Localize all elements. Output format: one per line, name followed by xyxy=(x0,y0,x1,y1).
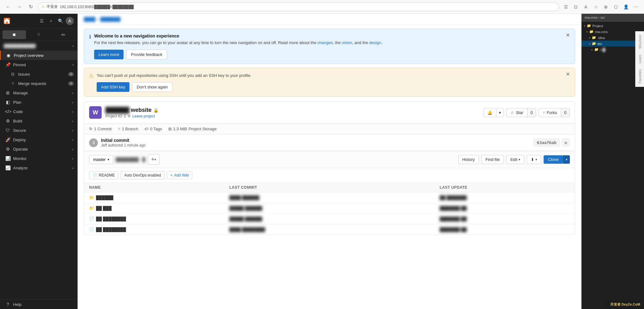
sidebar-search-button[interactable]: 🔍 xyxy=(56,17,64,25)
auto-devops-badge[interactable]: Auto DevOps enabled xyxy=(121,171,164,179)
address-bar[interactable]: ⚠ 不安全 192.168.0.103:8083/██████/r███████… xyxy=(38,2,559,11)
file-path-part1: ████████ xyxy=(116,157,139,162)
breadcrumb-sep1: / xyxy=(97,17,99,22)
ide-tree-item-mw-cms[interactable]: ▾ 📁 mw-cms xyxy=(581,29,644,35)
sidebar-item-manage[interactable]: ⊞ Manage ▸ xyxy=(0,88,78,97)
favorites-button[interactable]: ☆ xyxy=(591,2,600,11)
notification-dropdown-button[interactable]: ▾ xyxy=(496,108,504,117)
commits-stat[interactable]: ↻ 1 Commit xyxy=(89,127,112,131)
learn-side-action[interactable]: Learn xyxy=(637,51,643,67)
add-ssh-key-button[interactable]: Add SSH key xyxy=(97,82,129,92)
back-button[interactable]: ← xyxy=(4,2,13,11)
sidebar-org-item[interactable]: ████████████ ▾ xyxy=(0,41,78,51)
sidebar-item-project-overview[interactable]: ◉ Project overview xyxy=(0,51,78,60)
provide-feedback-button[interactable]: Provide feedback xyxy=(126,50,167,59)
file-name-cell: 📁 ██████ xyxy=(84,192,224,203)
project-overview-icon: ◉ xyxy=(6,53,11,58)
tags-stat[interactable]: 🏷 0 Tags xyxy=(145,127,162,131)
structure-side-action[interactable]: Structure xyxy=(637,32,643,51)
sidebar-item-deploy[interactable]: 🚀 Deploy ▸ xyxy=(0,135,78,144)
reload-button[interactable]: ↻ xyxy=(26,2,35,11)
clone-dropdown-button[interactable]: ▾ xyxy=(563,155,570,164)
table-row[interactable]: 📁 ██████ ████ ██████ ██ ███████ xyxy=(84,192,575,203)
banner-link-vision[interactable]: vision xyxy=(342,40,352,45)
table-row[interactable]: 📁 ██ ███ █████ ██████ ███████ ██ xyxy=(84,203,575,214)
ide-tree-item-src[interactable]: ▾ 📁 src xyxy=(581,41,644,47)
sidebar-item-analyze[interactable]: 📈 Analyze ▸ xyxy=(0,163,78,172)
clone-button[interactable]: Clone xyxy=(544,155,563,164)
immersive-reader-button[interactable]: ⊡ xyxy=(571,2,580,11)
learn-more-button[interactable]: Learn more xyxy=(94,50,124,59)
history-button[interactable]: History xyxy=(458,155,479,164)
dont-show-again-button[interactable]: Don't show again xyxy=(132,82,172,92)
more-button[interactable]: ⋯ xyxy=(631,2,640,11)
banner-ssh-close-button[interactable]: ✕ xyxy=(564,71,572,77)
profile-button[interactable]: 👤 xyxy=(621,2,630,11)
warning-icon: ⚠ xyxy=(89,73,94,79)
nav-label-operate: Operate xyxy=(13,147,28,152)
breadcrumb-repo[interactable]: ███████ xyxy=(100,17,120,22)
plan-icon: ◧ xyxy=(5,100,11,105)
ide-label-src: src xyxy=(597,42,602,46)
storage-size: 1.3 MiB xyxy=(173,127,187,131)
sidebar-collapse-button[interactable]: ☰ xyxy=(38,17,46,25)
readme-badge[interactable]: 📄 README xyxy=(89,171,118,179)
favorites-side-action[interactable]: Favorites xyxy=(637,67,643,86)
ide-chevron-idea: ▸ xyxy=(589,36,591,39)
extensions-button[interactable]: ⬡ xyxy=(611,2,620,11)
sidebar-tab-panels[interactable]: ■ xyxy=(3,30,26,39)
ide-tree-item-m[interactable]: ▸ 📁 m█ xyxy=(581,47,644,52)
edit-button[interactable]: Edit ▾ xyxy=(507,155,524,164)
add-file-button[interactable]: + ▾ xyxy=(148,154,160,165)
sidebar-add-button[interactable]: + xyxy=(47,17,55,25)
branch-selector-button[interactable]: master ▾ xyxy=(89,155,113,164)
sidebar-tab-edit[interactable]: ✏ xyxy=(52,30,75,39)
sidebar-item-merge-requests[interactable]: ⑂ Merge requests 0 xyxy=(0,79,78,88)
sidebar-item-help[interactable]: ? Help xyxy=(0,299,78,309)
branch-selector: master ▾ ████████ / █ + ▾ xyxy=(89,154,160,165)
sidebar-item-code[interactable]: </> Code ▸ xyxy=(0,107,78,116)
leave-project-link[interactable]: Leave project xyxy=(132,114,155,118)
table-row[interactable]: 📄 ██ ████████ ████ ████████ ███████ ██ xyxy=(84,224,575,235)
ide-tree-item-project[interactable]: ▾ 📁 Project xyxy=(581,23,644,29)
reader-mode-button[interactable]: ☰ xyxy=(561,2,570,11)
address-url: 192.168.0.103:8083/██████/r████████ xyxy=(60,5,134,9)
copy-hash-button[interactable]: ⧉ xyxy=(562,139,570,147)
project-info: W ██████ website 🔒 Project ID: 2 ⧉ Leave… xyxy=(89,106,159,119)
notification-button[interactable]: 🔔 xyxy=(484,108,496,117)
nav-label-plan: Plan xyxy=(13,100,21,105)
pinned-chevron-icon: ▾ xyxy=(72,63,74,67)
sidebar-profile-button[interactable]: A xyxy=(66,17,74,25)
table-row[interactable]: 📄 ██ ████████ █████ ██████ ███████ ██ xyxy=(84,214,575,224)
banner-nav-close-button[interactable]: ✕ xyxy=(564,32,572,38)
find-file-button[interactable]: Find file xyxy=(481,155,504,164)
stats-bar: ↻ 1 Commit ⑂ 1 Branch 🏷 0 Tags ⊞ 1.3 MiB… xyxy=(84,123,575,134)
fork-button[interactable]: ⑂ Forks xyxy=(539,108,561,117)
banner-text: For the next few releases, you can go to… xyxy=(94,40,570,46)
sidebar-item-issues[interactable]: ⊙ Issues 0 xyxy=(0,69,78,79)
sidebar-item-plan[interactable]: ◧ Plan ▸ xyxy=(0,97,78,107)
sidebar-item-secure[interactable]: 🛡 Secure ▸ xyxy=(0,126,78,135)
add-wiki-badge[interactable]: + Add Wiki xyxy=(167,171,192,179)
star-button[interactable]: ☆ Star xyxy=(507,108,527,117)
project-actions: 🔔 ▾ ☆ Star 0 ⑂ xyxy=(483,108,570,117)
sidebar-org-name: ████████████ xyxy=(4,44,36,48)
sidebar-item-monitor[interactable]: 📊 Monitor ▸ xyxy=(0,154,78,163)
sidebar-item-operate[interactable]: ⚙ Operate ▸ xyxy=(0,144,78,154)
build-chevron-icon: ▸ xyxy=(72,119,74,123)
translate-button[interactable]: A xyxy=(581,2,590,11)
breadcrumb-org[interactable]: ████ xyxy=(84,17,95,22)
ide-tree-item-idea[interactable]: ▸ 📁 .idea xyxy=(581,35,644,41)
sidebar-tab-merge[interactable]: ⑂ xyxy=(27,30,51,39)
collections-button[interactable]: ⊕ xyxy=(601,2,610,11)
ide-folder-icon-project: 📁 xyxy=(587,24,591,28)
merge-requests-badge: 0 xyxy=(68,82,74,86)
sidebar-item-pinned[interactable]: 📌 Pinned ▾ xyxy=(0,60,78,69)
download-button[interactable]: ⬇ ▾ xyxy=(527,155,541,164)
forward-button[interactable]: → xyxy=(15,2,24,11)
banner-link-changes[interactable]: changes xyxy=(317,40,333,45)
sidebar-item-build[interactable]: ⚙ Build ▸ xyxy=(0,116,78,126)
branches-stat[interactable]: ⑂ 1 Branch xyxy=(118,127,138,131)
ide-chevron-project: ▾ xyxy=(584,24,586,27)
banner-link-design[interactable]: design xyxy=(369,40,381,45)
